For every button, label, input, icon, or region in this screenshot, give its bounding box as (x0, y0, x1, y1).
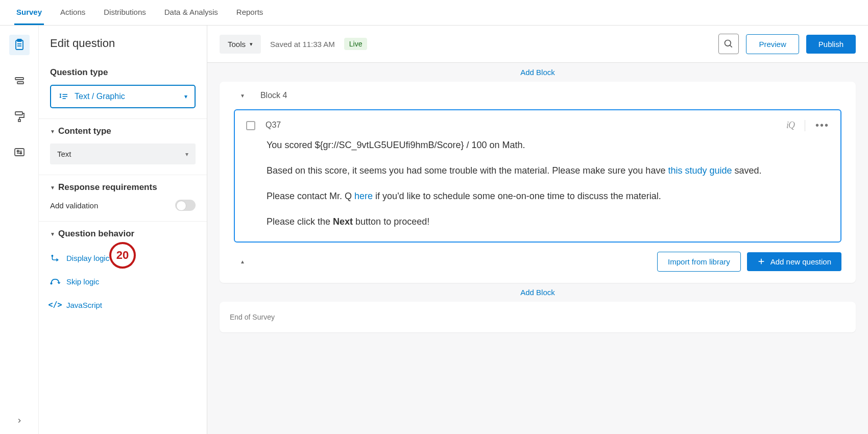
svg-point-12 (20, 153, 21, 154)
section-content-type[interactable]: ▼ Content type (50, 126, 196, 136)
svg-rect-7 (18, 119, 20, 122)
saved-label: Saved at 11:33 AM (270, 40, 335, 49)
svg-rect-5 (17, 82, 23, 84)
text-graphic-icon (58, 92, 68, 101)
svg-point-10 (17, 151, 18, 152)
rail-options[interactable] (9, 142, 30, 162)
publish-button[interactable]: Publish (806, 35, 856, 54)
add-block-bottom[interactable]: Add Block (207, 283, 868, 302)
section-question-behavior[interactable]: ▼ Question behavior (50, 229, 196, 239)
clipboard-icon (13, 39, 26, 51)
block-collapse-bottom[interactable]: ▲ (240, 259, 245, 264)
end-of-survey-block[interactable]: End of Survey (220, 302, 856, 332)
block-4: ▼ Block 4 Q37 iQ ••• (220, 82, 856, 283)
add-question-button[interactable]: Add new question (747, 252, 841, 271)
skip-logic-label: Skip logic (66, 277, 99, 286)
svg-rect-4 (15, 78, 23, 80)
content-header: Tools ▾ Saved at 11:33 AM Live Preview P… (207, 26, 868, 63)
rail-expand[interactable] (16, 417, 23, 426)
rail-look[interactable] (9, 106, 30, 127)
svg-point-17 (51, 283, 52, 284)
caret-down-icon: ▼ (50, 129, 55, 134)
chevron-right-icon (16, 417, 23, 424)
import-library-button[interactable]: Import from library (657, 252, 741, 272)
chevron-down-icon: ▾ (250, 41, 253, 47)
preview-button[interactable]: Preview (746, 34, 799, 54)
tab-data-analysis[interactable]: Data & Analysis (162, 1, 220, 25)
question-type-select[interactable]: Text / Graphic ▾ (50, 85, 196, 108)
svg-point-18 (725, 40, 731, 46)
svg-line-19 (730, 45, 732, 47)
caret-down-icon: ▼ (50, 231, 55, 237)
svg-point-16 (52, 255, 53, 256)
tab-actions[interactable]: Actions (58, 1, 87, 25)
caret-down-icon: ▼ (50, 185, 55, 190)
skip-logic-icon (50, 277, 60, 286)
survey-canvas: Add Block ▼ Block 4 Q37 iQ ••• (207, 63, 868, 434)
display-logic-button[interactable]: Display logic (50, 246, 196, 270)
add-block-top[interactable]: Add Block (207, 63, 868, 82)
sidebar-title: Edit question (39, 37, 207, 60)
top-tabs: Survey Actions Distributions Data & Anal… (0, 0, 868, 26)
divider (805, 120, 805, 131)
plus-icon (757, 257, 765, 266)
chevron-down-icon: ▾ (184, 93, 187, 100)
tab-reports[interactable]: Reports (234, 1, 266, 25)
question-more[interactable]: ••• (815, 119, 829, 131)
content-type-select[interactable]: Text ▾ (50, 143, 196, 164)
question-type-label: Text / Graphic (75, 92, 125, 101)
code-icon: </> (50, 300, 60, 309)
question-checkbox[interactable] (246, 121, 255, 130)
display-logic-icon (50, 253, 60, 262)
tab-survey[interactable]: Survey (14, 1, 44, 25)
block-collapse[interactable]: ▼ (240, 93, 245, 99)
study-guide-link[interactable]: this study guide (668, 165, 732, 176)
main-content: Tools ▾ Saved at 11:33 AM Live Preview P… (207, 26, 868, 434)
svg-rect-6 (15, 112, 22, 115)
tools-button[interactable]: Tools ▾ (220, 35, 261, 54)
rail-builder[interactable] (9, 35, 30, 55)
validation-label: Add validation (50, 201, 98, 210)
javascript-button[interactable]: </> JavaScript (50, 293, 196, 317)
chevron-down-icon: ▾ (185, 151, 188, 158)
flow-icon (13, 75, 26, 87)
block-name[interactable]: Block 4 (260, 91, 287, 100)
live-badge: Live (344, 38, 368, 50)
question-id: Q37 (266, 120, 281, 130)
skip-logic-button[interactable]: Skip logic (50, 270, 196, 293)
javascript-label: JavaScript (66, 301, 102, 309)
expert-review-icon[interactable]: iQ (786, 120, 794, 131)
contact-here-link[interactable]: here (354, 191, 373, 201)
question-q37[interactable]: Q37 iQ ••• You scored ${gr://SC_9vtLG5UE… (234, 109, 841, 243)
paint-roller-icon (13, 110, 26, 123)
sidebar-edit-question: Edit question Question type Text / Graph… (39, 26, 207, 434)
section-question-type: Question type (50, 67, 196, 78)
tab-distributions[interactable]: Distributions (102, 1, 148, 25)
left-rail (0, 26, 39, 434)
svg-rect-8 (15, 149, 24, 156)
question-content[interactable]: You scored ${gr://SC_9vtLG5UEUfi9hmB/Sco… (267, 138, 829, 229)
validation-toggle[interactable] (175, 200, 196, 211)
content-type-label: Text (57, 150, 71, 158)
rail-flow[interactable] (9, 70, 30, 91)
sliders-icon (13, 146, 26, 158)
search-button[interactable] (718, 34, 739, 54)
display-logic-label: Display logic (66, 254, 109, 262)
search-icon (724, 39, 734, 49)
section-response-requirements[interactable]: ▼ Response requirements (50, 182, 196, 192)
